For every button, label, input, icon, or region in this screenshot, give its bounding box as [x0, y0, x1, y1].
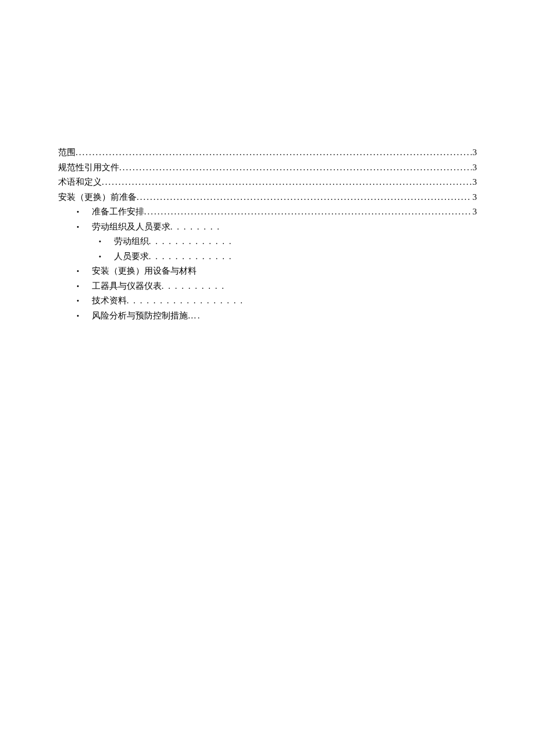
toc-leader-short: . . . . . . . . . .	[162, 279, 225, 294]
bullet-icon: •	[99, 251, 114, 262]
toc-label: 规范性引用文件	[58, 160, 119, 175]
toc-sub2-entry: • 人员要求 . . . . . . . . . . . . .	[58, 249, 477, 264]
toc-label: 技术资料	[92, 293, 127, 309]
toc-label: 准备工作安排	[92, 205, 144, 220]
toc-label: 劳动组织	[114, 234, 149, 249]
toc-page: 3	[472, 205, 477, 220]
bullet-icon: •	[77, 206, 92, 217]
toc-leader	[119, 160, 472, 175]
toc-leader-short: . . . . . . . . . . . . .	[149, 234, 233, 249]
toc-label: 劳动组织及人员要求	[92, 220, 170, 235]
bullet-icon: •	[77, 221, 92, 232]
toc-page: 3	[472, 175, 477, 190]
toc-leader-short: . . . . . . . . . . . . . . . . . .	[127, 293, 244, 309]
toc-label: 范围	[58, 145, 76, 160]
toc-label: 人员要求	[114, 249, 149, 264]
toc-sub-entry: • 准备工作安排 3	[58, 205, 477, 220]
toc-label: 安装（更换）用设备与材料	[92, 264, 197, 279]
toc-entry: 规范性引用文件 3	[58, 160, 477, 175]
toc-entry: 范围 3	[58, 145, 477, 160]
bullet-icon: •	[77, 310, 92, 321]
toc-sub-entry: • 技术资料 . . . . . . . . . . . . . . . . .…	[58, 293, 477, 309]
bullet-icon: •	[77, 281, 92, 292]
toc-sub-entry: • 安装（更换）用设备与材料	[58, 264, 477, 279]
toc-page: 3	[472, 145, 477, 160]
bullet-icon: •	[77, 295, 92, 306]
bullet-icon: •	[77, 266, 92, 277]
toc-label: 安装（更换）前准备	[58, 190, 137, 205]
toc-leader	[137, 190, 472, 205]
toc-sub-entry: • 劳动组织及人员要求 . . . . . . . .	[58, 220, 477, 235]
toc-leader-short: . . . . . . . . . . . . .	[149, 249, 233, 264]
toc-page: 3	[472, 190, 477, 205]
toc-leader	[76, 145, 472, 160]
toc-label: 术语和定义	[58, 175, 102, 190]
toc-sub2-entry: • 劳动组织 . . . . . . . . . . . . .	[58, 234, 477, 249]
toc-leader-short: ….	[188, 309, 201, 324]
toc-page: 3	[472, 160, 477, 175]
toc-label: 工器具与仪器仪表	[92, 279, 162, 294]
bullet-icon: •	[99, 236, 114, 247]
toc-leader	[144, 205, 472, 220]
toc-leader-short: . . . . . . . .	[170, 220, 220, 235]
toc-entry: 术语和定义 3	[58, 175, 477, 190]
toc-sub-entry: • 风险分析与预防控制措施 ….	[58, 309, 477, 324]
toc-entry: 安装（更换）前准备 3	[58, 190, 477, 205]
toc-label: 风险分析与预防控制措施	[92, 309, 188, 324]
toc-container: 范围 3 规范性引用文件 3 术语和定义 3 安装（更换）前准备 3 • 准备工…	[58, 145, 477, 323]
toc-sub-entry: • 工器具与仪器仪表 . . . . . . . . . .	[58, 279, 477, 294]
toc-leader	[102, 175, 472, 190]
